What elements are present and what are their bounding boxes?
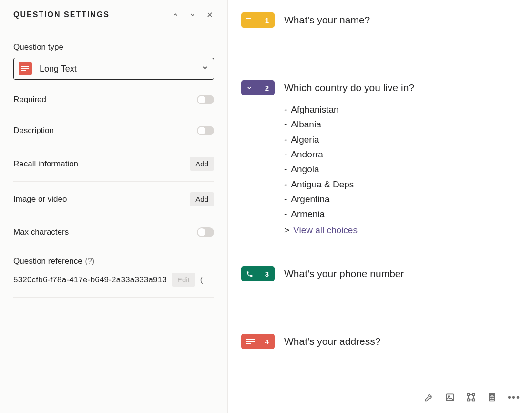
question-item[interactable]: 3 What's your phone number <box>241 266 522 281</box>
svg-rect-13 <box>472 394 474 396</box>
setting-required: Required <box>13 84 214 115</box>
chevron-right-icon: > <box>284 223 289 237</box>
settings-wrench-icon[interactable] <box>424 392 434 403</box>
question-badge: 3 <box>241 266 275 281</box>
reference-value: 5320cfb6-f78a-417e-b649-2a33a333a913 <box>13 275 167 285</box>
setting-media: Image or video Add <box>13 182 214 217</box>
question-type-label: Question type <box>13 42 214 52</box>
svg-point-23 <box>493 399 494 400</box>
view-all-choices[interactable]: > View all choices <box>284 223 522 237</box>
question-type-select[interactable]: Long Text <box>13 58 214 80</box>
svg-rect-17 <box>490 395 494 396</box>
choice-item: -Andorra <box>284 147 522 162</box>
more-icon[interactable]: ••• <box>508 392 521 402</box>
close-icon[interactable] <box>205 10 214 19</box>
svg-rect-9 <box>246 343 251 344</box>
svg-rect-3 <box>21 68 29 69</box>
question-item[interactable]: 1 What's your name? <box>241 12 522 28</box>
settings-header: QUESTION SETTINGS <box>0 0 227 31</box>
move-down-icon[interactable] <box>188 10 197 19</box>
choices-list: -Afghanistan -Albania -Algeria -Andorra … <box>241 102 522 237</box>
question-type-value: Long Text <box>40 64 201 74</box>
choice-item: -Angola <box>284 162 522 176</box>
settings-header-actions <box>171 10 214 19</box>
svg-rect-4 <box>21 70 26 71</box>
question-badge: 2 <box>241 80 275 95</box>
svg-point-20 <box>493 397 494 398</box>
svg-point-18 <box>491 397 491 398</box>
settings-title: QUESTION SETTINGS <box>13 10 110 19</box>
reference-trailing: ( <box>200 275 203 285</box>
question-number: 2 <box>265 84 269 92</box>
svg-rect-8 <box>246 341 255 342</box>
reference-help-icon[interactable]: (?) <box>85 257 95 266</box>
required-label: Required <box>13 95 46 104</box>
reference-edit-button[interactable]: Edit <box>172 273 195 287</box>
questions-list: 1 What's your name? 2 Which country do y… <box>228 0 532 413</box>
question-number: 4 <box>265 338 269 346</box>
reference-label: Question reference <box>13 257 82 266</box>
svg-rect-15 <box>472 399 474 401</box>
settings-body: Question type Long Text Required Descrip… <box>0 31 227 309</box>
question-item[interactable]: 2 Which country do you live in? -Afghani… <box>241 80 522 237</box>
logic-branch-icon[interactable] <box>466 392 476 403</box>
question-number: 1 <box>265 16 269 24</box>
setting-max-chars: Max characters <box>13 217 214 248</box>
question-number: 3 <box>265 270 269 278</box>
svg-point-21 <box>491 399 491 400</box>
image-icon[interactable] <box>445 392 455 403</box>
description-toggle[interactable] <box>197 126 214 135</box>
question-toolbar: ••• <box>424 392 521 403</box>
recall-add-button[interactable]: Add <box>190 157 214 171</box>
svg-rect-5 <box>246 18 251 19</box>
question-badge: 1 <box>241 12 275 28</box>
chevron-down-icon <box>201 64 209 73</box>
media-label: Image or video <box>13 195 67 204</box>
question-title: What's your phone number <box>284 268 404 279</box>
calculator-icon[interactable] <box>487 392 497 403</box>
choice-item: -Antigua & Deps <box>284 177 522 192</box>
svg-rect-7 <box>246 339 255 340</box>
choice-item: -Argentina <box>284 192 522 206</box>
question-title: Which country do you live in? <box>284 82 414 93</box>
max-chars-label: Max characters <box>13 227 69 237</box>
svg-point-19 <box>491 397 492 398</box>
description-label: Description <box>13 126 54 135</box>
question-title: What's your address? <box>284 336 380 347</box>
recall-label: Recall information <box>13 159 78 169</box>
dropdown-icon <box>246 84 253 91</box>
svg-point-22 <box>491 399 492 400</box>
choice-item: -Algeria <box>284 132 522 147</box>
question-title: What's your name? <box>284 14 370 26</box>
view-all-link[interactable]: View all choices <box>293 223 358 237</box>
svg-rect-12 <box>467 394 469 396</box>
svg-rect-14 <box>467 399 469 401</box>
required-toggle[interactable] <box>197 95 214 104</box>
move-up-icon[interactable] <box>171 10 180 19</box>
media-add-button[interactable]: Add <box>190 192 214 206</box>
choice-item: -Afghanistan <box>284 102 522 117</box>
svg-rect-6 <box>246 21 253 21</box>
setting-reference: Question reference (?) 5320cfb6-f78a-417… <box>13 248 214 298</box>
setting-description: Description <box>13 115 214 146</box>
question-item[interactable]: 4 What's your address? <box>241 334 522 349</box>
choice-item: -Albania <box>284 117 522 132</box>
question-badge: 4 <box>241 334 275 349</box>
max-chars-toggle[interactable] <box>197 227 214 237</box>
phone-icon <box>246 270 253 278</box>
svg-point-11 <box>448 396 450 397</box>
svg-rect-2 <box>21 66 29 67</box>
setting-recall: Recall information Add <box>13 146 214 182</box>
short-text-icon <box>246 18 255 22</box>
long-text-icon <box>19 62 32 75</box>
choice-item: -Armenia <box>284 206 522 221</box>
long-text-icon <box>246 339 255 344</box>
question-settings-panel: QUESTION SETTINGS Question type Lo <box>0 0 228 413</box>
